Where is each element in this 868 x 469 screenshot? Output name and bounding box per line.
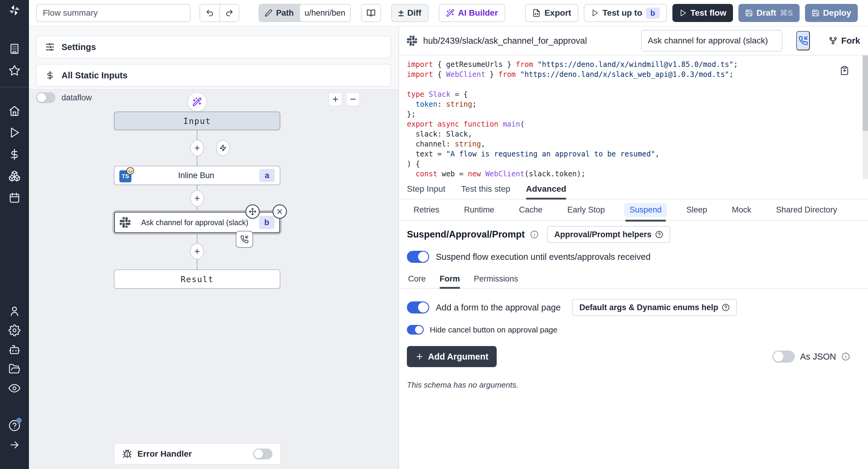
suspend-toggle-row: Suspend flow execution until events/appr… bbox=[407, 251, 651, 263]
help-notification-dot bbox=[16, 418, 22, 423]
add-step-button[interactable] bbox=[190, 140, 204, 156]
diff-plus-minus-icon: ± bbox=[398, 7, 404, 19]
advanced-tabs: RetriesRuntimeCacheEarly StopSuspendSlee… bbox=[399, 199, 868, 221]
wand-sparkles-icon bbox=[446, 9, 455, 17]
flow-graph-canvas[interactable]: dataflow Input TS Inline Bun a Ask chann… bbox=[29, 89, 398, 469]
test-flow-button[interactable]: Test flow bbox=[673, 4, 733, 22]
pencil-icon bbox=[265, 9, 273, 17]
test-up-to-button[interactable]: Test up to b bbox=[584, 4, 667, 22]
empty-schema-note: This schema has no arguments. bbox=[407, 380, 518, 390]
toolbar-right-group: Export Test up to b Test flow Draft ⌘S D… bbox=[525, 4, 858, 22]
tab-advanced[interactable]: Advanced bbox=[526, 179, 566, 199]
hub-script-path[interactable]: hub/2439/slack/ask_channel_for_approval bbox=[423, 36, 587, 46]
move-step-button[interactable] bbox=[245, 205, 260, 219]
flow-settings-row[interactable]: Settings bbox=[36, 36, 391, 59]
add-trigger-zap-button[interactable] bbox=[216, 140, 230, 156]
tab-suspend[interactable]: Suspend bbox=[624, 203, 667, 217]
docs-book-button[interactable] bbox=[361, 4, 381, 22]
hide-cancel-toggle[interactable] bbox=[407, 325, 424, 335]
settings-gear-icon[interactable] bbox=[8, 324, 21, 336]
fork-button[interactable]: Fork bbox=[829, 36, 860, 46]
flow-summary-input[interactable] bbox=[36, 4, 190, 22]
paste-clipboard-icon[interactable] bbox=[840, 66, 849, 75]
hide-cancel-toggle-row: Hide cancel button on approval page bbox=[407, 325, 558, 335]
dataflow-label: dataflow bbox=[61, 93, 92, 102]
tab-step-input[interactable]: Step Input bbox=[407, 179, 445, 199]
zoom-in-button[interactable] bbox=[329, 92, 342, 106]
users-person-icon[interactable] bbox=[8, 305, 21, 317]
deploy-label: Deploy bbox=[823, 8, 851, 18]
wand-sparkles-icon bbox=[192, 97, 202, 107]
expand-sidebar-arrow-icon[interactable] bbox=[8, 439, 21, 451]
step-name-input[interactable] bbox=[641, 30, 782, 52]
tab-cache[interactable]: Cache bbox=[514, 203, 548, 217]
variables-dollar-icon[interactable] bbox=[8, 148, 21, 160]
all-static-inputs-row[interactable]: All Static Inputs bbox=[36, 64, 391, 87]
workspace-building-icon[interactable] bbox=[8, 43, 21, 55]
tab-runtime[interactable]: Runtime bbox=[459, 203, 500, 217]
path-value[interactable]: u/henri/ben bbox=[299, 4, 351, 22]
tab-core[interactable]: Core bbox=[408, 270, 426, 288]
as-json-row: As JSON bbox=[772, 346, 850, 367]
input-node[interactable]: Input bbox=[114, 112, 280, 130]
info-icon[interactable] bbox=[530, 230, 538, 239]
as-json-label: As JSON bbox=[800, 352, 836, 362]
favorites-star-icon[interactable] bbox=[8, 64, 21, 76]
windmill-logo-icon[interactable] bbox=[8, 4, 21, 16]
add-argument-button[interactable]: Add Argument bbox=[407, 346, 497, 367]
add-step-button[interactable] bbox=[190, 243, 204, 259]
tab-early-stop[interactable]: Early Stop bbox=[562, 203, 610, 217]
as-json-toggle[interactable] bbox=[772, 350, 795, 363]
draft-button[interactable]: Draft ⌘S bbox=[738, 4, 800, 22]
suspend-phone-badge[interactable] bbox=[236, 231, 253, 248]
tab-permissions[interactable]: Permissions bbox=[474, 270, 518, 288]
workers-robot-icon[interactable] bbox=[8, 344, 21, 356]
audit-eye-icon[interactable] bbox=[8, 382, 21, 394]
dataflow-toggle[interactable] bbox=[36, 92, 56, 103]
app-sidebar bbox=[0, 0, 29, 469]
add-step-button[interactable] bbox=[190, 190, 204, 207]
approval-step-label: Ask channel for approval (slack) bbox=[130, 218, 259, 227]
suspend-execution-toggle[interactable] bbox=[407, 251, 429, 263]
info-icon[interactable] bbox=[841, 352, 850, 361]
code-content[interactable]: import { getResumeUrls } from "https://d… bbox=[407, 60, 738, 179]
code-scrollbar-track[interactable] bbox=[863, 56, 868, 179]
default-args-help-button[interactable]: Default args & Dynamic enums help bbox=[572, 299, 737, 316]
add-form-toggle-row: Add a form to the approval page Default … bbox=[407, 299, 737, 316]
step-header: hub/2439/slack/ask_channel_for_approval … bbox=[399, 27, 868, 55]
schedules-calendar-icon[interactable] bbox=[8, 192, 21, 204]
code-editor[interactable]: import { getResumeUrls } from "https://d… bbox=[399, 56, 868, 179]
tab-mock[interactable]: Mock bbox=[726, 203, 757, 217]
export-button[interactable]: Export bbox=[525, 4, 578, 22]
tab-retries[interactable]: Retries bbox=[408, 203, 445, 217]
inline-bun-node[interactable]: TS Inline Bun a bbox=[114, 166, 280, 185]
test-flow-label: Test flow bbox=[690, 8, 726, 18]
runs-play-icon[interactable] bbox=[8, 127, 21, 139]
suspend-phone-button[interactable] bbox=[796, 31, 810, 50]
redo-button[interactable] bbox=[219, 4, 239, 22]
tab-form[interactable]: Form bbox=[440, 270, 460, 288]
undo-button[interactable] bbox=[200, 4, 219, 22]
folders-folder-icon[interactable] bbox=[8, 363, 21, 375]
delete-step-button[interactable] bbox=[273, 205, 287, 219]
result-node[interactable]: Result bbox=[114, 270, 280, 289]
resources-boxes-icon[interactable] bbox=[8, 170, 21, 182]
deploy-button[interactable]: Deploy bbox=[805, 4, 858, 22]
tab-test-this-step[interactable]: Test this step bbox=[461, 179, 510, 199]
home-icon[interactable] bbox=[8, 105, 21, 117]
git-fork-icon bbox=[829, 36, 838, 45]
path-edit-button[interactable]: Path bbox=[259, 4, 299, 22]
code-scrollbar-thumb[interactable] bbox=[863, 56, 868, 131]
zoom-out-button[interactable] bbox=[346, 92, 360, 106]
ai-flow-wand-button[interactable] bbox=[187, 92, 207, 112]
tab-shared-directory[interactable]: Shared Directory bbox=[771, 203, 843, 217]
add-form-toggle[interactable] bbox=[407, 302, 429, 313]
error-handler-toggle[interactable] bbox=[253, 448, 273, 459]
ai-builder-button[interactable]: AI Builder bbox=[439, 4, 505, 22]
approval-prompt-helpers-button[interactable]: Approval/Prompt helpers bbox=[547, 226, 670, 243]
error-handler-row[interactable]: Error Handler bbox=[114, 443, 281, 465]
bug-icon bbox=[122, 449, 132, 459]
save-icon bbox=[745, 9, 753, 17]
tab-sleep[interactable]: Sleep bbox=[681, 203, 712, 217]
diff-button[interactable]: ± Diff bbox=[391, 4, 429, 22]
